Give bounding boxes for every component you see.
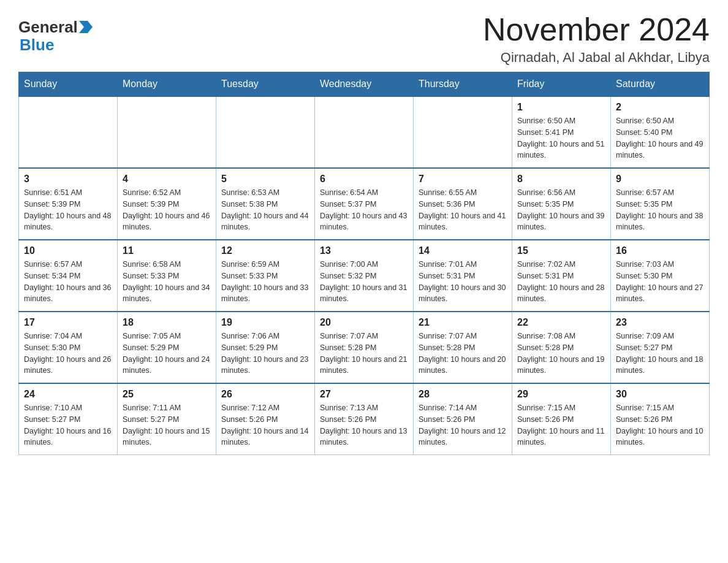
calendar-week-row: 10Sunrise: 6:57 AMSunset: 5:34 PMDayligh… — [19, 240, 710, 312]
calendar-header-row: SundayMondayTuesdayWednesdayThursdayFrid… — [19, 72, 710, 97]
day-number: 26 — [221, 389, 309, 400]
day-info: Sunrise: 7:07 AMSunset: 5:28 PMDaylight:… — [419, 331, 507, 377]
calendar-cell: 16Sunrise: 7:03 AMSunset: 5:30 PMDayligh… — [611, 240, 710, 312]
day-info: Sunrise: 6:57 AMSunset: 5:35 PMDaylight:… — [616, 187, 704, 233]
day-number: 25 — [123, 389, 211, 400]
calendar-cell: 30Sunrise: 7:15 AMSunset: 5:26 PMDayligh… — [611, 383, 710, 455]
weekday-header: Sunday — [19, 72, 118, 97]
day-number: 24 — [24, 389, 112, 400]
calendar-cell — [118, 96, 216, 168]
day-number: 8 — [517, 174, 605, 185]
calendar-cell: 24Sunrise: 7:10 AMSunset: 5:27 PMDayligh… — [19, 383, 118, 455]
day-number: 21 — [419, 317, 507, 328]
calendar-week-row: 17Sunrise: 7:04 AMSunset: 5:30 PMDayligh… — [19, 312, 710, 383]
weekday-header: Friday — [512, 72, 611, 97]
day-number: 6 — [320, 174, 408, 185]
day-info: Sunrise: 6:57 AMSunset: 5:34 PMDaylight:… — [24, 259, 112, 305]
calendar-cell: 26Sunrise: 7:12 AMSunset: 5:26 PMDayligh… — [216, 383, 315, 455]
day-info: Sunrise: 7:00 AMSunset: 5:32 PMDaylight:… — [320, 259, 408, 305]
day-info: Sunrise: 6:50 AMSunset: 5:41 PMDaylight:… — [517, 115, 605, 161]
day-info: Sunrise: 6:53 AMSunset: 5:38 PMDaylight:… — [221, 187, 309, 233]
day-number: 2 — [616, 102, 704, 113]
logo: General Blue — [18, 12, 93, 53]
day-number: 17 — [24, 317, 112, 328]
month-year-title: November 2024 — [483, 12, 710, 47]
day-number: 22 — [517, 317, 605, 328]
day-number: 15 — [517, 245, 605, 256]
day-info: Sunrise: 6:52 AMSunset: 5:39 PMDaylight:… — [123, 187, 211, 233]
day-number: 20 — [320, 317, 408, 328]
logo-blue-text: Blue — [20, 36, 54, 54]
day-number: 13 — [320, 245, 408, 256]
day-info: Sunrise: 7:07 AMSunset: 5:28 PMDaylight:… — [320, 331, 408, 377]
day-info: Sunrise: 7:03 AMSunset: 5:30 PMDaylight:… — [616, 259, 704, 305]
day-info: Sunrise: 6:55 AMSunset: 5:36 PMDaylight:… — [419, 187, 507, 233]
calendar-cell: 5Sunrise: 6:53 AMSunset: 5:38 PMDaylight… — [216, 168, 315, 240]
calendar-cell: 4Sunrise: 6:52 AMSunset: 5:39 PMDaylight… — [118, 168, 216, 240]
calendar-cell: 9Sunrise: 6:57 AMSunset: 5:35 PMDaylight… — [611, 168, 710, 240]
logo-general-text: General — [18, 18, 78, 36]
calendar-cell — [19, 96, 118, 168]
day-number: 5 — [221, 174, 309, 185]
day-number: 3 — [24, 174, 112, 185]
day-info: Sunrise: 7:05 AMSunset: 5:29 PMDaylight:… — [123, 331, 211, 377]
day-number: 14 — [419, 245, 507, 256]
calendar-cell: 15Sunrise: 7:02 AMSunset: 5:31 PMDayligh… — [512, 240, 611, 312]
calendar-cell: 22Sunrise: 7:08 AMSunset: 5:28 PMDayligh… — [512, 312, 611, 383]
day-number: 23 — [616, 317, 704, 328]
day-info: Sunrise: 6:56 AMSunset: 5:35 PMDaylight:… — [517, 187, 605, 233]
calendar-cell: 17Sunrise: 7:04 AMSunset: 5:30 PMDayligh… — [19, 312, 118, 383]
weekday-header: Tuesday — [216, 72, 315, 97]
day-number: 9 — [616, 174, 704, 185]
day-info: Sunrise: 7:12 AMSunset: 5:26 PMDaylight:… — [221, 402, 309, 448]
calendar-cell — [216, 96, 315, 168]
day-number: 12 — [221, 245, 309, 256]
calendar-cell: 21Sunrise: 7:07 AMSunset: 5:28 PMDayligh… — [414, 312, 512, 383]
calendar-cell: 23Sunrise: 7:09 AMSunset: 5:27 PMDayligh… — [611, 312, 710, 383]
calendar-cell: 20Sunrise: 7:07 AMSunset: 5:28 PMDayligh… — [315, 312, 414, 383]
calendar-cell: 28Sunrise: 7:14 AMSunset: 5:26 PMDayligh… — [414, 383, 512, 455]
day-number: 4 — [123, 174, 211, 185]
calendar-cell — [414, 96, 512, 168]
day-info: Sunrise: 7:15 AMSunset: 5:26 PMDaylight:… — [616, 402, 704, 448]
day-number: 10 — [24, 245, 112, 256]
weekday-header: Wednesday — [315, 72, 414, 97]
calendar-cell: 6Sunrise: 6:54 AMSunset: 5:37 PMDaylight… — [315, 168, 414, 240]
day-number: 29 — [517, 389, 605, 400]
day-info: Sunrise: 7:08 AMSunset: 5:28 PMDaylight:… — [517, 331, 605, 377]
calendar-cell — [315, 96, 414, 168]
day-info: Sunrise: 6:51 AMSunset: 5:39 PMDaylight:… — [24, 187, 112, 233]
calendar-week-row: 24Sunrise: 7:10 AMSunset: 5:27 PMDayligh… — [19, 383, 710, 455]
calendar-cell: 1Sunrise: 6:50 AMSunset: 5:41 PMDaylight… — [512, 96, 611, 168]
calendar-cell: 3Sunrise: 6:51 AMSunset: 5:39 PMDaylight… — [19, 168, 118, 240]
day-number: 19 — [221, 317, 309, 328]
day-info: Sunrise: 7:14 AMSunset: 5:26 PMDaylight:… — [419, 402, 507, 448]
calendar-cell: 10Sunrise: 6:57 AMSunset: 5:34 PMDayligh… — [19, 240, 118, 312]
title-section: November 2024 Qirnadah, Al Jabal al Akhd… — [483, 12, 710, 66]
calendar-cell: 14Sunrise: 7:01 AMSunset: 5:31 PMDayligh… — [414, 240, 512, 312]
calendar-table: SundayMondayTuesdayWednesdayThursdayFrid… — [18, 72, 710, 455]
calendar-cell: 18Sunrise: 7:05 AMSunset: 5:29 PMDayligh… — [118, 312, 216, 383]
day-info: Sunrise: 7:06 AMSunset: 5:29 PMDaylight:… — [221, 331, 309, 377]
day-info: Sunrise: 7:13 AMSunset: 5:26 PMDaylight:… — [320, 402, 408, 448]
calendar-cell: 12Sunrise: 6:59 AMSunset: 5:33 PMDayligh… — [216, 240, 315, 312]
day-info: Sunrise: 6:59 AMSunset: 5:33 PMDaylight:… — [221, 259, 309, 305]
calendar-week-row: 1Sunrise: 6:50 AMSunset: 5:41 PMDaylight… — [19, 96, 710, 168]
day-info: Sunrise: 7:04 AMSunset: 5:30 PMDaylight:… — [24, 331, 112, 377]
weekday-header: Saturday — [611, 72, 710, 97]
day-number: 28 — [419, 389, 507, 400]
day-info: Sunrise: 7:11 AMSunset: 5:27 PMDaylight:… — [123, 402, 211, 448]
day-info: Sunrise: 7:10 AMSunset: 5:27 PMDaylight:… — [24, 402, 112, 448]
calendar-cell: 27Sunrise: 7:13 AMSunset: 5:26 PMDayligh… — [315, 383, 414, 455]
day-info: Sunrise: 7:01 AMSunset: 5:31 PMDaylight:… — [419, 259, 507, 305]
calendar-cell: 2Sunrise: 6:50 AMSunset: 5:40 PMDaylight… — [611, 96, 710, 168]
day-number: 30 — [616, 389, 704, 400]
day-number: 7 — [419, 174, 507, 185]
weekday-header: Monday — [118, 72, 216, 97]
day-info: Sunrise: 7:02 AMSunset: 5:31 PMDaylight:… — [517, 259, 605, 305]
day-number: 27 — [320, 389, 408, 400]
day-info: Sunrise: 6:50 AMSunset: 5:40 PMDaylight:… — [616, 115, 704, 161]
calendar-cell: 25Sunrise: 7:11 AMSunset: 5:27 PMDayligh… — [118, 383, 216, 455]
page-header: General Blue November 2024 Qirnadah, Al … — [18, 12, 710, 66]
calendar-cell: 19Sunrise: 7:06 AMSunset: 5:29 PMDayligh… — [216, 312, 315, 383]
